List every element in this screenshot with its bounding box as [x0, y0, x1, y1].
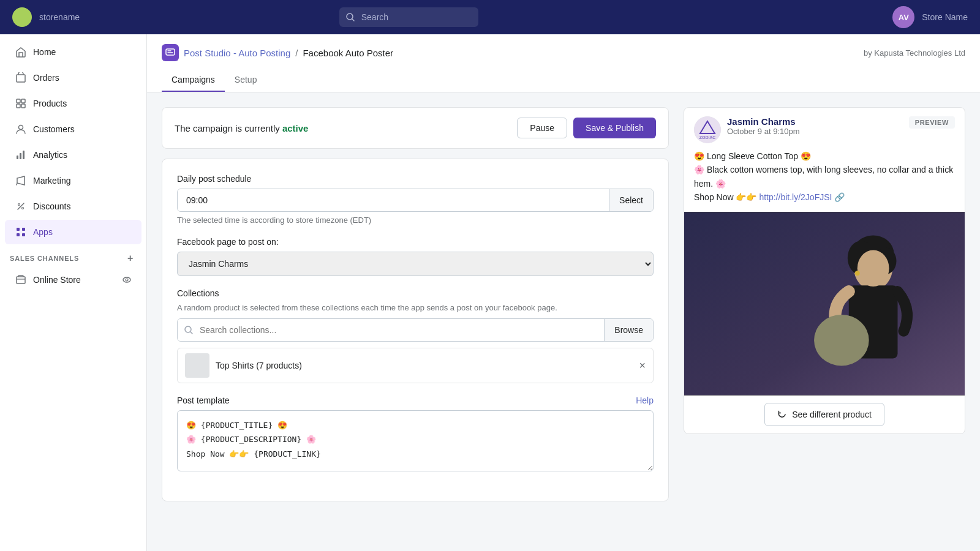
schedule-group: Daily post schedule Select The selected …	[177, 174, 654, 225]
sidebar-item-marketing[interactable]: Marketing	[5, 168, 141, 193]
time-select-button[interactable]: Select	[609, 189, 653, 211]
svg-rect-14	[17, 228, 20, 231]
facebook-page-group: Facebook page to post on: Jasmin Charms	[177, 237, 654, 276]
svg-rect-22	[166, 49, 175, 55]
svg-text:ZODIAC: ZODIAC	[699, 135, 715, 140]
svg-line-13	[18, 203, 24, 209]
remove-collection-button[interactable]: ×	[639, 359, 646, 372]
main-content: Post Studio - Auto Posting / Facebook Au…	[147, 34, 980, 551]
svg-rect-8	[17, 156, 18, 159]
preview-store-name: Jasmin Charms	[727, 116, 903, 127]
topbar-username: Store Name	[922, 12, 968, 22]
preview-post-text: 😍 Long Sleeve Cotton Top 😍 🌸 Black cotto…	[684, 149, 965, 212]
sidebar-item-orders[interactable]: Orders	[5, 66, 141, 90]
collections-group: Collections A random product is selected…	[177, 288, 654, 383]
svg-rect-18	[17, 277, 25, 283]
sidebar-item-analytics[interactable]: Analytics	[5, 143, 141, 167]
timezone-note: The selected time is according to store …	[177, 216, 654, 225]
sidebar-label-discounts: Discounts	[33, 201, 70, 211]
add-sales-channel-button[interactable]: +	[124, 252, 137, 264]
sidebar-label-home: Home	[33, 47, 56, 57]
campaign-status-text: The campaign is currently active	[175, 123, 308, 133]
avatar: AV	[892, 6, 914, 28]
preview-post-date: October 9 at 9:10pm	[727, 127, 903, 136]
sidebar-label-analytics: Analytics	[33, 150, 67, 160]
sidebar-item-customers[interactable]: Customers	[5, 117, 141, 141]
svg-point-21	[126, 279, 128, 281]
collection-name: Top Shirts (7 products)	[216, 361, 633, 370]
svg-rect-9	[20, 153, 21, 159]
apps-icon	[15, 226, 27, 238]
online-store-visibility-icon[interactable]	[122, 275, 132, 285]
breadcrumb-current: Facebook Auto Poster	[303, 48, 393, 58]
svg-line-24	[190, 332, 192, 334]
sidebar-label-customers: Customers	[33, 124, 75, 134]
campaign-active-label: active	[282, 123, 309, 133]
svg-point-36	[855, 271, 860, 276]
sidebar-item-home[interactable]: Home	[5, 40, 141, 64]
facebook-page-label: Facebook page to post on:	[177, 237, 654, 247]
preview-line3: Shop Now 👉👉 http://bit.ly/2JoFJSI 🔗	[694, 190, 955, 204]
svg-rect-10	[23, 151, 24, 159]
discounts-icon	[15, 200, 27, 212]
store-avatar-graphic: ZODIAC	[694, 116, 721, 143]
topbar: storename AV Store Name	[0, 0, 980, 34]
products-icon	[15, 97, 27, 110]
sidebar-item-online-store[interactable]: Online Store	[5, 268, 141, 292]
search-input-wrap	[178, 319, 604, 341]
form-card: Daily post schedule Select The selected …	[162, 159, 669, 501]
time-input[interactable]	[178, 189, 609, 211]
sidebar-label-orders: Orders	[33, 73, 59, 83]
svg-point-12	[22, 208, 24, 209]
search-collections-input[interactable]	[178, 319, 315, 341]
svg-point-34	[814, 314, 869, 365]
svg-point-7	[19, 126, 23, 130]
store-name: storename	[39, 12, 80, 22]
search-collections-wrap: Browse	[177, 318, 654, 342]
facebook-page-select[interactable]: Jasmin Charms	[177, 252, 654, 276]
collection-thumbnail	[185, 353, 209, 378]
search-wrap	[339, 7, 633, 27]
tab-campaigns[interactable]: Campaigns	[162, 69, 225, 92]
sidebar-item-apps[interactable]: Apps	[5, 220, 141, 244]
sidebar-item-discounts[interactable]: Discounts	[5, 194, 141, 219]
refresh-icon	[777, 410, 787, 419]
sidebar-label-online-store: Online Store	[33, 275, 81, 285]
sidebar-label-marketing: Marketing	[33, 176, 70, 186]
preview-image-svg	[684, 212, 965, 395]
analytics-icon	[15, 149, 27, 161]
status-actions: Pause Save & Publish	[517, 118, 656, 138]
topbar-search-input[interactable]	[339, 7, 478, 27]
content-area: The campaign is currently active Pause S…	[147, 92, 980, 516]
preview-label: PREVIEW	[909, 116, 955, 129]
svg-rect-15	[22, 228, 25, 231]
post-template-textarea[interactable]: 😍 {PRODUCT_TITLE} 😍 🌸 {PRODUCT_DESCRIPTI…	[177, 410, 654, 471]
tab-setup[interactable]: Setup	[225, 69, 267, 92]
save-publish-button[interactable]: Save & Publish	[573, 118, 656, 138]
browse-button[interactable]: Browse	[604, 319, 653, 341]
help-link[interactable]: Help	[636, 395, 654, 405]
sidebar-item-products[interactable]: Products	[5, 91, 141, 116]
see-different-product-button[interactable]: See different product	[764, 403, 884, 426]
left-panel: The campaign is currently active Pause S…	[162, 107, 669, 501]
preview-store-info: Jasmin Charms October 9 at 9:10pm	[727, 116, 903, 136]
home-icon	[15, 46, 27, 58]
svg-point-35	[858, 250, 889, 287]
marketing-icon	[15, 174, 27, 187]
sales-channels-section: SALES CHANNELS +	[0, 245, 146, 267]
sales-channels-label: SALES CHANNELS	[10, 255, 79, 262]
preview-line1: 😍 Long Sleeve Cotton Top 😍	[694, 149, 955, 163]
preview-actions: See different product	[684, 395, 965, 433]
preview-product-link[interactable]: http://bit.ly/2JoFJSI	[759, 192, 832, 202]
schedule-label: Daily post schedule	[177, 174, 654, 184]
orders-icon	[15, 72, 27, 84]
status-bar: The campaign is currently active Pause S…	[162, 107, 669, 149]
sidebar: Home Orders Products Customers	[0, 34, 147, 551]
sidebar-label-apps: Apps	[33, 227, 53, 237]
preview-line2: 🌸 Black cotton womens top, with long sle…	[694, 163, 955, 190]
breadcrumb-parent[interactable]: Post Studio - Auto Posting	[184, 48, 290, 58]
svg-point-20	[123, 277, 130, 282]
pause-button[interactable]: Pause	[517, 118, 567, 138]
preview-store-avatar: ZODIAC	[694, 116, 721, 143]
store-logo	[12, 7, 32, 27]
